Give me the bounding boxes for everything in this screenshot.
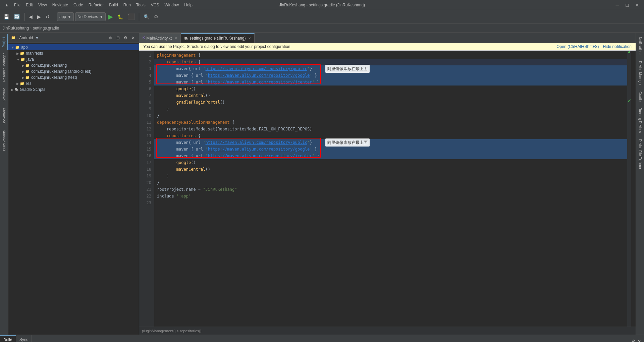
structure-icon[interactable]: Structure bbox=[1, 85, 7, 104]
toolbar-forward-button[interactable]: ▶ bbox=[36, 13, 43, 20]
minimize-button[interactable]: ─ bbox=[614, 2, 621, 8]
line-num-5: 5 bbox=[139, 79, 151, 86]
tree-label-pkg3: com.lz.jinrukeshang (test) bbox=[31, 75, 77, 80]
line-num-1: 1 bbox=[139, 52, 151, 59]
menu-vcs[interactable]: VCS bbox=[149, 2, 161, 8]
tab-settings-gradle[interactable]: 🐘 settings.gradle (JinRuKeshang) ✕ bbox=[181, 33, 255, 43]
annotation-2: 阿里镜像库放在最上面 bbox=[325, 138, 370, 147]
device-manager-icon[interactable]: Device Manager bbox=[637, 58, 643, 88]
toolbar-back-button[interactable]: ◀ bbox=[27, 13, 34, 20]
code-line-3: maven{ url 'https://maven.aliyun.com/rep… bbox=[154, 65, 627, 72]
code-line-6: google() bbox=[154, 86, 627, 92]
app-config-dropdown[interactable]: app ▼ bbox=[57, 12, 74, 21]
device-file-explorer-icon[interactable]: Device File Explorer bbox=[637, 136, 643, 172]
menu-view[interactable]: View bbox=[36, 2, 49, 8]
tree-arrow-pkg3: ▶ bbox=[22, 76, 24, 79]
menu-tools[interactable]: Tools bbox=[134, 2, 148, 8]
breadcrumb-file[interactable]: settings.gradle bbox=[33, 26, 59, 31]
run-button[interactable]: ▶ bbox=[107, 12, 114, 21]
bookmarks-icon[interactable]: Bookmarks bbox=[1, 105, 7, 127]
main-area: Project Resource Manager Structure Bookm… bbox=[0, 33, 644, 335]
menu-file[interactable]: File bbox=[12, 2, 22, 8]
tree-item-manifests[interactable]: ▶ 📁 manifests bbox=[8, 50, 139, 56]
bottom-tab-build[interactable]: Build bbox=[0, 335, 16, 342]
menu-code[interactable]: Code bbox=[71, 2, 85, 8]
toolbar-debug-button[interactable]: 🐛 bbox=[116, 13, 125, 20]
line-num-12: 12 bbox=[139, 126, 151, 132]
toolbar-sync-button[interactable]: 🔄 bbox=[12, 13, 21, 20]
build-variants-icon[interactable]: Build Variants bbox=[1, 128, 7, 154]
toolbar-settings-button[interactable]: ⚙ bbox=[152, 13, 160, 20]
notification-text: You can use the Project Structure dialog… bbox=[143, 44, 290, 49]
menu-build[interactable]: Build bbox=[107, 2, 120, 8]
bottom-close-button[interactable]: ✕ bbox=[637, 339, 641, 342]
toolbar-search-button[interactable]: 🔍 bbox=[142, 13, 151, 20]
sidebar-title-arrow[interactable]: ▼ bbox=[35, 36, 39, 40]
tree-item-package-test[interactable]: ▶ 📁 com.lz.jinrukeshang (test) bbox=[8, 74, 139, 80]
app-config-arrow: ▼ bbox=[67, 14, 71, 19]
devices-label: No Devices bbox=[77, 14, 98, 19]
code-line-11: dependencyResolutionManagement { bbox=[154, 119, 627, 126]
toolbar-refresh-button[interactable]: ↺ bbox=[44, 13, 51, 20]
sidebar-header: 📁 Android ▼ ⊕ ⊟ ⚙ ✕ bbox=[8, 33, 139, 43]
menu-navigate[interactable]: Navigate bbox=[50, 2, 70, 8]
tree-label-gradle: Gradle Scripts bbox=[20, 87, 45, 92]
running-devices-icon[interactable]: Running Devices bbox=[637, 105, 643, 136]
bottom-settings-button[interactable]: ⚙ bbox=[632, 339, 636, 342]
line-num-19: 19 bbox=[139, 173, 151, 179]
sidebar-settings-button[interactable]: ⚙ bbox=[122, 35, 129, 41]
left-icon-strip: Project Resource Manager Structure Bookm… bbox=[0, 33, 8, 335]
tree-item-gradle-scripts[interactable]: ▶ 🐘 Gradle Scripts bbox=[8, 87, 139, 93]
gradle-panel-icon[interactable]: Gradle bbox=[637, 89, 643, 104]
sidebar-title: Android bbox=[19, 36, 33, 40]
right-panels: Notifications Device Manager Gradle Runn… bbox=[636, 33, 644, 335]
menu-refactor[interactable]: Refactor bbox=[87, 2, 106, 8]
menu-edit[interactable]: Edit bbox=[24, 2, 35, 8]
notification-hide-link[interactable]: Hide notification bbox=[603, 44, 632, 49]
line-num-23: 23 bbox=[139, 199, 151, 206]
tree-item-res[interactable]: ▶ 📁 res bbox=[8, 80, 139, 87]
code-line-1: pluginManagement { bbox=[154, 52, 627, 59]
menu-run[interactable]: Run bbox=[121, 2, 133, 8]
sidebar-collapse-button[interactable]: ⊟ bbox=[115, 35, 121, 41]
toolbar-save-button[interactable]: 💾 bbox=[2, 13, 11, 20]
annotation-1: 阿里镜像库放在最上面 bbox=[325, 65, 370, 73]
sidebar-add-button[interactable]: ⊕ bbox=[108, 35, 114, 41]
tab-close-mainactivity[interactable]: ✕ bbox=[174, 36, 177, 40]
line-num-14: 14 bbox=[139, 139, 151, 146]
maximize-button[interactable]: □ bbox=[624, 2, 631, 8]
notification-open-link[interactable]: Open (Ctrl+Alt+Shift+S) bbox=[556, 44, 599, 49]
tree-item-app[interactable]: ▼ 📁 app bbox=[8, 44, 139, 50]
menu-window[interactable]: Window bbox=[163, 2, 181, 8]
tree-arrow-manifests: ▶ bbox=[16, 52, 19, 55]
code-content[interactable]: pluginManagement { 💡 repositories { mave… bbox=[154, 51, 627, 327]
tree-item-package-android-test[interactable]: ▶ 📁 com.lz.jinrukeshang (androidTest) bbox=[8, 68, 139, 74]
stop-button[interactable]: ⬛ bbox=[126, 12, 136, 21]
tree-item-java[interactable]: ▼ 📁 java bbox=[8, 56, 139, 62]
tab-close-settings[interactable]: ✕ bbox=[248, 37, 251, 40]
menu-triangle[interactable]: ▲ bbox=[3, 2, 11, 8]
breadcrumb-separator: › bbox=[30, 26, 32, 31]
breadcrumb-project[interactable]: JinRuKeshang bbox=[3, 26, 29, 31]
sidebar-close-button[interactable]: ✕ bbox=[130, 35, 136, 41]
project-panel-icon[interactable]: Project bbox=[1, 34, 8, 50]
android-folder-icon: 📁 bbox=[11, 36, 16, 40]
bottom-tab-sync[interactable]: Sync bbox=[16, 335, 32, 342]
tab-label-mainactivity: MainActivity.kt bbox=[146, 36, 172, 41]
tree-item-package-main[interactable]: ▶ 📁 com.lz.jinrukeshang bbox=[8, 62, 139, 68]
pkg-test-icon: 📁 bbox=[25, 75, 30, 80]
error-mark-1 bbox=[628, 51, 630, 53]
toolbar-separator-2 bbox=[54, 13, 54, 21]
tree-arrow-gradle: ▶ bbox=[11, 88, 14, 92]
menu-help[interactable]: Help bbox=[182, 2, 195, 8]
devices-dropdown[interactable]: No Devices ▼ bbox=[75, 12, 106, 21]
resource-manager-icon[interactable]: Resource Manager bbox=[1, 51, 7, 84]
tree-label-pkg1: com.lz.jinrukeshang bbox=[31, 63, 67, 68]
sidebar: 📁 Android ▼ ⊕ ⊟ ⚙ ✕ ▼ 📁 app ▶ 📁 bbox=[8, 33, 139, 335]
notifications-panel-icon[interactable]: Notifications bbox=[637, 34, 643, 58]
close-button[interactable]: ✕ bbox=[633, 2, 641, 8]
breadcrumb: JinRuKeshang › settings.gradle bbox=[0, 23, 644, 33]
tab-mainactivity[interactable]: K MainActivity.kt ✕ bbox=[139, 33, 181, 43]
tree-label-app: app bbox=[21, 45, 28, 50]
editor-tabs: K MainActivity.kt ✕ 🐘 settings.gradle (J… bbox=[139, 33, 636, 43]
